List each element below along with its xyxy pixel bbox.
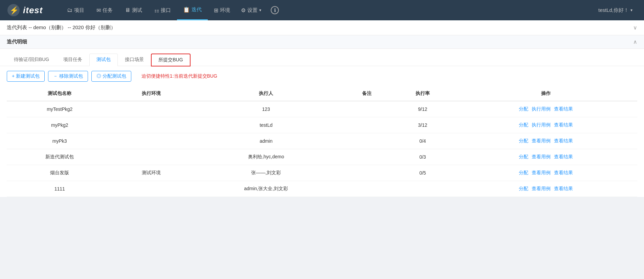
nav-item-api-label: 接口 — [161, 7, 171, 14]
logo[interactable]: ⚡ itest — [7, 3, 61, 17]
env-icon: ⊞ — [214, 7, 218, 14]
tab-task-label: 项目任务 — [63, 57, 82, 62]
tab-testpkg[interactable]: 测试包 — [89, 54, 118, 66]
logo-icon: ⚡ — [7, 3, 20, 17]
nav-item-env[interactable]: ⊞ 环境 — [208, 0, 236, 20]
action-link-2[interactable]: 查看结果 — [554, 186, 573, 192]
tab-testpkg-label: 测试包 — [96, 57, 111, 62]
test-packages-table: 测试包名称 执行环境 执行人 备注 执行率 操作 myTestPkg21239/… — [7, 86, 637, 197]
table-row: 1111admin,张大全,刘文彩分配查看用例查看结果 — [7, 181, 637, 197]
tab-submitbug-label: 所提交BUG — [158, 57, 183, 62]
cell-env — [113, 149, 190, 165]
table-wrapper[interactable]: 测试包名称 执行环境 执行人 备注 执行率 操作 myTestPkg21239/… — [7, 86, 637, 197]
action-link-1[interactable]: 查看用例 — [532, 186, 551, 192]
action-link-1[interactable]: 查看用例 — [532, 138, 551, 144]
tab-submitbug[interactable]: 所提交BUG — [151, 54, 190, 66]
nav-item-test-label: 测试 — [132, 7, 142, 14]
table-container: 测试包名称 执行环境 执行人 备注 执行率 操作 myTestPkg21239/… — [0, 86, 644, 197]
tab-task[interactable]: 项目任务 — [56, 54, 89, 66]
cell-rate: 0/3 — [391, 149, 454, 165]
test-icon: 🖥 — [125, 7, 130, 13]
iteration-icon: 📋 — [183, 6, 190, 13]
tab-bug[interactable]: 待验证/回归BUG — [7, 54, 56, 66]
nav-item-iteration-label: 迭代 — [192, 6, 202, 13]
svg-text:⚡: ⚡ — [9, 6, 19, 15]
action-link-2[interactable]: 查看结果 — [554, 138, 573, 144]
table-row: myPk3admin0/4分配查看用例查看结果 — [7, 133, 637, 149]
cell-executor: testLd — [190, 117, 342, 133]
col-note: 备注 — [342, 86, 391, 101]
cell-actions: 分配执行用例查看结果 — [454, 101, 637, 117]
cell-env: 测试环境 — [113, 165, 190, 181]
tabs-bar: 待验证/回归BUG 项目任务 测试包 接口场景 所提交BUG — [0, 49, 644, 66]
cell-rate: 0/5 — [391, 165, 454, 181]
cell-note — [342, 181, 391, 197]
col-name: 测试包名称 — [7, 86, 113, 101]
navbar: ⚡ itest 🗂 项目 ✉ 任务 🖥 测试 ⚏ 接口 📋 迭代 ⊞ 环境 ⚙ — [0, 0, 644, 20]
col-rate: 执行率 — [391, 86, 454, 101]
nav-info-button[interactable]: ℹ — [266, 0, 284, 20]
nav-item-project[interactable]: 🗂 项目 — [61, 0, 90, 20]
user-chevron-icon: ▾ — [630, 8, 632, 13]
action-link-1[interactable]: 执行用例 — [532, 122, 551, 128]
nav-item-iteration[interactable]: 📋 迭代 — [177, 0, 208, 20]
cell-name: myPk3 — [7, 133, 113, 149]
col-env: 执行环境 — [113, 86, 190, 101]
nav-item-task-label: 任务 — [103, 7, 113, 14]
action-link-1[interactable]: 查看用例 — [532, 154, 551, 160]
cell-actions: 分配查看用例查看结果 — [454, 181, 637, 197]
cell-rate: 3/12 — [391, 117, 454, 133]
cell-executor: 奥利给,hyc,demo — [190, 149, 342, 165]
action-link-0[interactable]: 分配 — [519, 122, 528, 128]
action-link-0[interactable]: 分配 — [519, 154, 528, 160]
action-link-2[interactable]: 查看结果 — [554, 106, 573, 112]
settings-icon: ⚙ — [241, 7, 246, 14]
task-icon: ✉ — [96, 7, 101, 14]
table-row: 新迭代测试包奥利给,hyc,demo0/3分配查看用例查看结果 — [7, 149, 637, 165]
cell-note — [342, 117, 391, 133]
cell-actions: 分配查看用例查看结果 — [454, 165, 637, 181]
col-executor: 执行人 — [190, 86, 342, 101]
nav-user[interactable]: testLd,你好！ ▾ — [594, 0, 637, 20]
cell-executor: 123 — [190, 101, 342, 117]
cell-name: 新迭代测试包 — [7, 149, 113, 165]
breadcrumb-collapse-icon[interactable] — [633, 24, 637, 31]
nav-item-api[interactable]: ⚏ 接口 — [148, 0, 177, 20]
cell-name: 烟台发版 — [7, 165, 113, 181]
tab-apiscene[interactable]: 接口场景 — [118, 54, 151, 66]
cell-name: 1111 — [7, 181, 113, 197]
nav-item-settings-label: 设置 — [247, 7, 258, 14]
action-link-2[interactable]: 查看结果 — [554, 154, 573, 160]
assign-pkg-label: ◎ 分配测试包 — [96, 73, 126, 79]
action-link-0[interactable]: 分配 — [519, 170, 528, 176]
project-icon: 🗂 — [67, 7, 72, 13]
action-link-0[interactable]: 分配 — [519, 106, 528, 112]
action-link-0[interactable]: 分配 — [519, 138, 528, 144]
action-link-0[interactable]: 分配 — [519, 186, 528, 192]
new-pkg-button[interactable]: + 新建测试包 — [7, 71, 45, 82]
remove-pkg-button[interactable]: － 移除测试包 — [48, 71, 88, 82]
action-link-1[interactable]: 执行用例 — [532, 106, 551, 112]
cell-actions: 分配执行用例查看结果 — [454, 117, 637, 133]
cell-actions: 分配查看用例查看结果 — [454, 133, 637, 149]
nav-item-test[interactable]: 🖥 测试 — [119, 0, 148, 20]
action-link-1[interactable]: 查看用例 — [532, 170, 551, 176]
assign-pkg-button[interactable]: ◎ 分配测试包 — [91, 71, 131, 82]
nav-item-task[interactable]: ✉ 任务 — [90, 0, 119, 20]
nav-item-env-label: 环境 — [220, 7, 230, 14]
cell-note — [342, 101, 391, 117]
cell-rate: 0/4 — [391, 133, 454, 149]
cell-rate: 9/12 — [391, 101, 454, 117]
section-header: 迭代明细 — [0, 35, 644, 49]
section-collapse-icon[interactable] — [633, 39, 637, 45]
cell-name: myPkg2 — [7, 117, 113, 133]
cell-executor: admin,张大全,刘文彩 — [190, 181, 342, 197]
action-link-2[interactable]: 查看结果 — [554, 170, 573, 176]
section-title: 迭代明细 — [7, 39, 27, 45]
tab-bug-label: 待验证/回归BUG — [14, 57, 49, 62]
nav-items: 🗂 项目 ✉ 任务 🖥 测试 ⚏ 接口 📋 迭代 ⊞ 环境 ⚙ 设置 ▾ — [61, 0, 594, 20]
cell-note — [342, 165, 391, 181]
cell-env — [113, 101, 190, 117]
action-link-2[interactable]: 查看结果 — [554, 122, 573, 128]
nav-item-settings[interactable]: ⚙ 设置 ▾ — [236, 0, 266, 20]
